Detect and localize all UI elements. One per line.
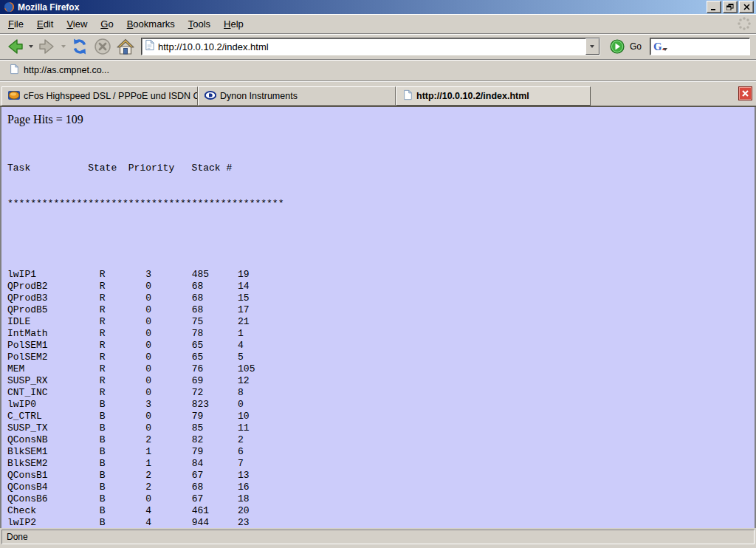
table-row: IDLER07521 [7,316,755,328]
window-title: Mozilla Firefox [18,2,707,13]
url-input[interactable] [158,40,585,53]
back-dropdown-arrow[interactable] [29,45,33,48]
tab-cfos[interactable]: cFos Highspeed DSL / PPPoE und ISDN CAP.… [1,86,198,106]
close-icon [742,90,749,97]
forward-button[interactable] [37,36,58,57]
close-tab-button[interactable] [738,86,752,100]
status-text: Done [7,532,28,542]
table-row: SUSP_RXR06912 [7,375,755,387]
table-row: PolSEM1R0654 [7,340,755,352]
close-button[interactable] [739,1,754,13]
home-icon [116,37,135,56]
page-icon [144,39,155,54]
menu-view[interactable]: View [61,16,92,32]
dynon-icon [205,89,216,103]
table-row: MEMR076105 [7,363,755,375]
bookmark-item[interactable]: http://as.cmpnet.co... [6,62,112,78]
menu-file[interactable]: File [3,16,29,32]
restore-button[interactable] [723,1,738,13]
go-label[interactable]: Go [630,41,642,52]
tab-label: http://10.0.10.2/index.html [416,91,529,101]
tab-label: cFos Highspeed DSL / PPPoE und ISDN CAP.… [24,91,198,101]
search-engine-dropdown-arrow[interactable] [663,48,667,51]
table-row: IntMathR0781 [7,328,755,340]
table-row: QConsNBB2822 [7,434,755,446]
firefox-logo-icon [4,1,15,13]
tab-strip: cFos Highspeed DSL / PPPoE und ISDN CAP.… [0,81,756,107]
status-bar: Done [0,528,756,548]
table-row: QProdB2R06814 [7,281,755,292]
back-icon [5,37,24,56]
tab-label: Dynon Instruments [220,91,298,101]
table-row: QConsB6B06718 [7,493,755,505]
minimize-button[interactable] [707,1,721,13]
search-input[interactable] [669,40,756,53]
reload-icon [70,37,89,56]
stop-button[interactable] [92,36,113,57]
stop-icon [93,37,112,56]
forward-dropdown-arrow[interactable] [61,45,66,48]
home-button[interactable] [115,36,136,57]
menu-help[interactable]: Help [219,16,249,32]
go-icon [610,39,625,54]
table-row: C_CTRLB07910 [7,411,755,422]
table-header: TaskStatePriorityStack # [7,162,755,174]
table-row: CheckB446120 [7,505,755,517]
task-table: TaskStatePriorityStack # ***************… [7,139,755,528]
bookmark-label: http://as.cmpnet.co... [24,65,109,75]
menu-edit[interactable]: Edit [32,16,58,32]
table-row: CNT_INCR0728 [7,387,755,399]
table-row: QProdB5R06817 [7,304,755,316]
go-button[interactable] [610,39,625,54]
forward-icon [38,37,57,56]
menu-bar: File Edit View Go Bookmarks Tools Help [0,14,756,34]
tab-dynon[interactable]: Dynon Instruments [198,86,396,106]
throbber-icon [737,16,752,31]
table-row: QConsB1B26713 [7,470,755,482]
table-row: QProdB3R06815 [7,292,755,304]
search-bar[interactable]: G. [650,38,750,55]
title-bar: Mozilla Firefox [0,0,756,14]
table-row: SUSP_TXB08511 [7,422,755,434]
content-area: Page Hits = 109 TaskStatePriorityStack #… [0,107,756,528]
url-bar[interactable] [141,38,600,55]
bookmarks-bar: http://as.cmpnet.co... [0,60,756,81]
table-row: lwIP0B38230 [7,399,755,411]
table-row: PolSEM2R0655 [7,352,755,363]
page-icon [402,89,413,103]
menu-bookmarks[interactable]: Bookmarks [122,16,180,32]
table-row: lwIP1R348519 [7,269,755,281]
url-dropdown-button[interactable] [585,38,599,55]
page-hits: Page Hits = 109 [7,113,755,126]
table-separator: ****************************************… [7,198,755,210]
task-table-rows: lwIP1R348519QProdB2R06814QProdB3R06815QP… [7,269,755,528]
back-button[interactable] [4,36,25,57]
table-row: BlkSEM2B1847 [7,458,755,470]
window-controls [707,1,754,13]
cfos-icon [8,89,20,103]
menu-tools[interactable]: Tools [183,16,216,32]
tab-index-html[interactable]: http://10.0.10.2/index.html [396,86,591,106]
menu-go[interactable]: Go [95,16,118,32]
table-row: BlkSEM1B1796 [7,446,755,458]
nav-toolbar: Go G. [0,34,756,60]
table-row: lwIP2B494423 [7,517,755,528]
page-icon [9,64,19,77]
reload-button[interactable] [69,36,90,57]
browser-window: Mozilla Firefox File Edit View Go Bookma… [0,0,756,548]
table-row: QConsB4B26816 [7,482,755,493]
